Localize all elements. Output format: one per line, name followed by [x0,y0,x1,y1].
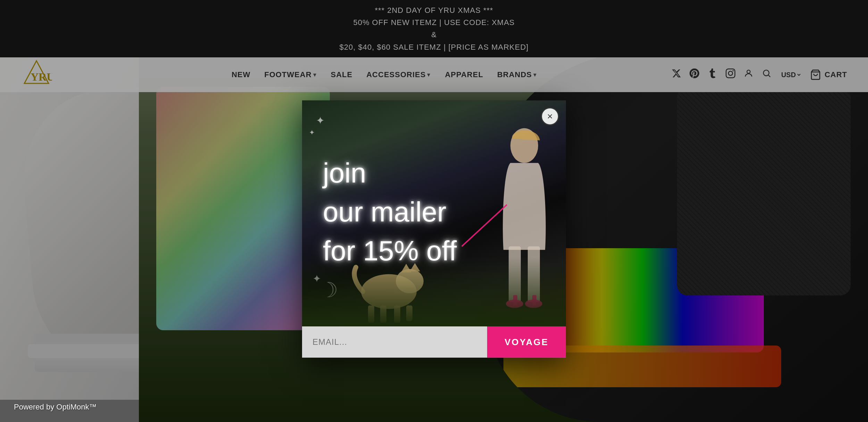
voyage-submit-button[interactable]: VOYAGE [487,326,566,358]
star-icon-2: ✦ [309,128,315,137]
modal-image-area: ✦ ✦ ✦ join our mailer for 15% off [302,100,566,326]
modal-headline-our-mailer: our mailer [323,194,457,230]
modal-form: VOYAGE [302,326,566,358]
close-icon: × [547,111,553,122]
star-icon-1: ✦ [316,114,325,127]
close-modal-button[interactable]: × [541,107,559,125]
modal-headline-join: join [323,155,457,191]
popup-modal: × ✦ ✦ ✦ join our mailer for 15% off [302,100,566,358]
powered-by-text: Powered by OptiMonk™ [14,403,97,412]
email-input[interactable] [302,326,487,358]
modal-headline-discount: for 15% off [323,233,457,269]
svg-line-13 [462,205,507,246]
